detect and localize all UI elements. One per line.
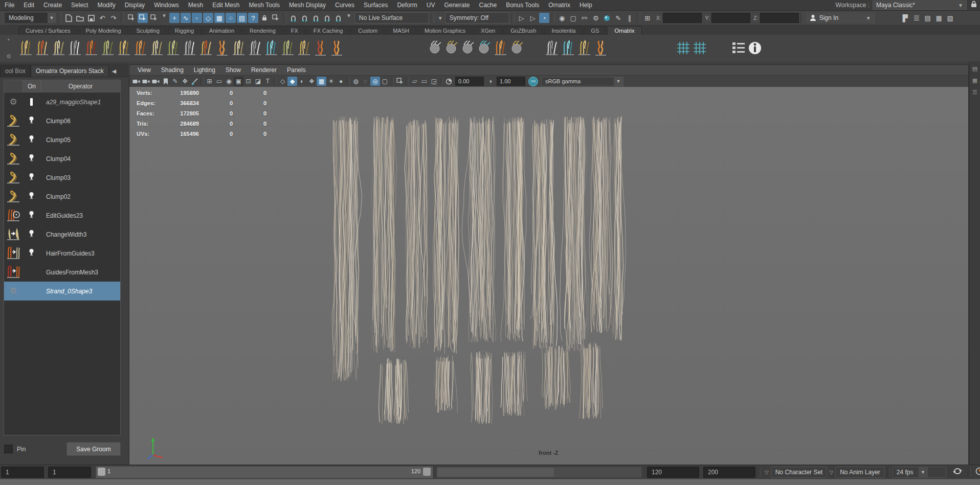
enabled-lamp-icon[interactable] [29,135,34,145]
anim-layer-selector[interactable]: No Anim Layer [835,467,885,478]
shelf-tab-motion-graphics[interactable]: Motion Graphics [417,26,473,35]
operator-row-changewidth3[interactable]: ChangeWidth3 [4,225,120,244]
shelf-tab-mash[interactable]: MASH [386,26,416,35]
range-slider[interactable] [436,467,642,478]
operator-row-clump05[interactable]: Clump05 [4,130,120,149]
operator-row-clump06[interactable]: Clump06 [4,111,120,130]
snap-help-icon[interactable]: ? [248,13,258,23]
ox-sphere-icon[interactable] [427,38,443,58]
select-object-icon[interactable] [138,13,148,23]
playback-loop-icon[interactable] [952,467,963,477]
motion-blur-icon[interactable]: ◌ [361,77,370,86]
snap-projected-center-icon[interactable]: ◇ [203,13,213,23]
save-groom-button[interactable]: Save Groom [66,442,121,456]
film-gate-icon[interactable]: ▭ [214,77,224,86]
ox-spike-gray-icon[interactable] [247,38,263,58]
ox-sphere-hair-icon[interactable] [443,38,459,58]
menu-deform[interactable]: Deform [392,1,421,10]
bookmark-icon[interactable] [161,77,170,86]
camera-attributes-icon[interactable] [151,77,161,86]
wireframe-on-shaded-icon[interactable]: ▦ [317,77,326,86]
symmetry-field[interactable]: Symmetry: Off [445,12,509,24]
gear-icon[interactable]: ⚙ [6,53,11,60]
construction-history-icon-3[interactable] [311,13,321,23]
ox-hair-gray-icon[interactable] [66,38,83,58]
viewport-canvas[interactable]: Verts:19589000Edges:36683400Faces:172805… [129,87,968,465]
chevron-down-icon[interactable]: ▼ [162,13,167,23]
operator-row-editguides23[interactable]: EditGuides23 [4,206,120,225]
operator-row-a29_maggioshape1[interactable]: ⚙a29_maggioShape1 [4,93,120,111]
menu-curves[interactable]: Curves [330,1,359,10]
ox-curl-orange-icon[interactable] [492,38,508,58]
ox-hair-dark-icon[interactable] [181,38,197,58]
lock-icon[interactable] [971,1,977,10]
enabled-lamp-icon[interactable] [29,192,34,201]
anim-start-field[interactable]: 1 [1,467,44,478]
range-slider-bar[interactable] [437,468,554,477]
operator-row-clump04[interactable]: Clump04 [4,149,120,168]
chevron-down-icon[interactable]: ▽ [829,470,833,475]
gamma-icon[interactable]: ◑ [485,77,495,86]
x-coordinate-input[interactable] [663,13,702,23]
ox-drop-teal-icon[interactable] [476,38,492,58]
live-surface-field[interactable]: No Live Surface [354,12,429,24]
ox-hair-crimson-icon[interactable] [83,38,99,58]
menu-windows[interactable]: Windows [149,1,184,10]
undo-icon[interactable]: ↶ [97,13,107,23]
menu-edit-mesh[interactable]: Edit Mesh [208,1,244,10]
channel-box-tab-icon[interactable]: ▤ [972,65,977,72]
tool-settings-toggle-icon[interactable]: ▦ [934,13,944,23]
ox-hair-orange-icon[interactable] [132,38,148,58]
construction-history-icon-5[interactable] [333,13,344,23]
select-camera-icon[interactable] [131,77,141,86]
shelf-tab-gs[interactable]: GS [584,26,606,35]
shelf-tab-ornatrix[interactable]: Ornatrix [607,26,641,35]
chevron-down-icon[interactable]: ▼ [438,15,443,21]
sculpt-brush-icon[interactable] [190,77,199,86]
shelf-tab-xgen[interactable]: XGen [474,26,502,35]
menu-edit[interactable]: Edit [19,1,39,10]
gear-icon[interactable]: ⚙ [9,286,17,296]
playback-end-field[interactable]: 120 [647,467,699,478]
operator-row-guidesfrommesh3[interactable]: GuidesFromMesh3 [4,263,120,282]
lock-camera-icon[interactable] [141,77,151,86]
ox-add-hair-icon[interactable] [17,38,34,58]
ox-puff-icon[interactable] [459,38,476,58]
visibility-bar-icon[interactable] [30,98,33,106]
open-scene-icon[interactable] [75,13,85,23]
ox-braid-orange2-icon[interactable] [328,38,345,58]
safe-title-icon[interactable]: T [263,77,273,86]
render-schedule-icon[interactable]: ◔ [539,13,549,23]
snap-point-icon[interactable]: ◦ [192,13,202,23]
shelf-tab-insolentia[interactable]: Insolentia [544,26,583,35]
menu-ornatrix[interactable]: Ornatrix [544,1,575,10]
ox-hair-olive-icon[interactable] [99,38,116,58]
character-set-selector[interactable]: No Character Set [771,467,828,478]
shelf-tab-curves-surfaces[interactable]: Curves / Surfaces [18,26,77,35]
render-current-frame-icon[interactable]: ▷ [517,13,527,23]
modeling-toolkit-toggle-icon[interactable]: ▛ [900,13,910,23]
ox-braid-red-icon[interactable] [312,38,328,58]
shadows-icon[interactable]: ● [336,77,346,86]
shelf-tab-animation[interactable]: Animation [202,26,241,35]
enabled-lamp-icon[interactable] [29,211,34,220]
ox-braid-orange3-icon[interactable] [592,38,609,58]
shelf-menu-column[interactable]: ▪ ⚙ [0,35,17,61]
menu-modify[interactable]: Modify [93,1,120,10]
humanik-toggle-icon[interactable]: ☰ [911,13,922,23]
operator-row-clump02[interactable]: Clump02 [4,187,120,206]
textured-mode-icon[interactable]: ❖ [307,77,317,86]
y-coordinate-input[interactable] [711,13,750,23]
panel-tab-ool-box[interactable]: ool Box [0,65,31,77]
select-component-icon[interactable] [149,13,159,23]
render-view-icon[interactable]: ▢ [568,13,578,23]
snap-mesh-icon[interactable]: ▤ [237,13,247,23]
hypershade-icon[interactable]: ◉ [557,13,567,23]
chevron-down-icon[interactable]: ▼ [346,13,351,23]
menu-uv[interactable]: UV [422,1,440,10]
render-settings-icon[interactable]: ⚙ [591,13,601,23]
fps-selector[interactable]: 24 fps ▼ [892,467,946,478]
operator-row-clump03[interactable]: Clump03 [4,168,120,187]
highlight-selection-icon[interactable] [271,13,281,23]
ox-sphere-amber-icon[interactable] [508,38,525,58]
